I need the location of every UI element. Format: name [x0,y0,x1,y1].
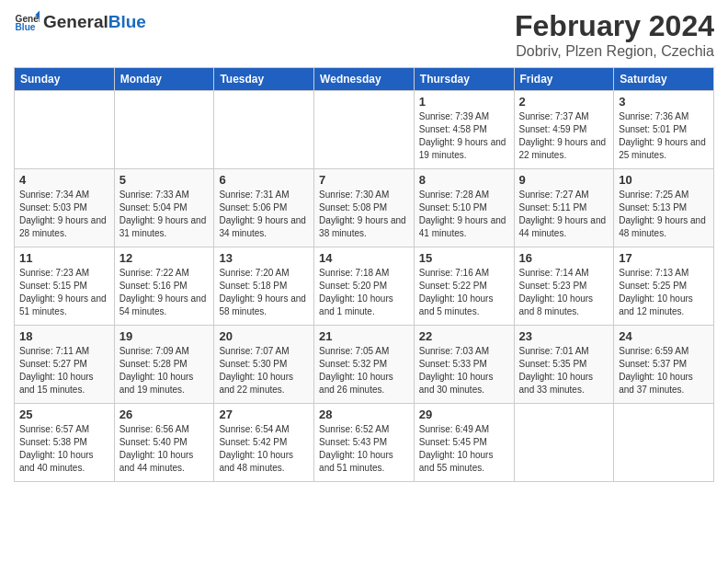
day-content: Sunrise: 7:22 AM Sunset: 5:16 PM Dayligh… [119,267,210,318]
week-row-5: 25Sunrise: 6:57 AM Sunset: 5:38 PM Dayli… [15,404,714,482]
day-number: 6 [219,173,309,187]
day-content: Sunrise: 6:54 AM Sunset: 5:42 PM Dayligh… [219,423,309,475]
cell-week5-day4: 29Sunrise: 6:49 AM Sunset: 5:45 PM Dayli… [414,404,514,482]
days-header-row: Sunday Monday Tuesday Wednesday Thursday… [15,68,714,91]
calendar-title-area: February 2024 Dobriv, Plzen Region, Czec… [515,9,714,60]
day-content: Sunrise: 7:11 AM Sunset: 5:27 PM Dayligh… [19,345,109,396]
day-number: 2 [519,95,609,109]
header-sunday: Sunday [15,68,115,91]
cell-week2-day5: 9Sunrise: 7:27 AM Sunset: 5:11 PM Daylig… [514,169,614,247]
cell-week3-day4: 15Sunrise: 7:16 AM Sunset: 5:22 PM Dayli… [414,247,514,326]
day-number: 8 [419,173,509,187]
day-content: Sunrise: 7:16 AM Sunset: 5:22 PM Dayligh… [419,267,509,318]
day-content: Sunrise: 7:33 AM Sunset: 5:04 PM Dayligh… [119,189,210,240]
cell-week2-day1: 5Sunrise: 7:33 AM Sunset: 5:04 PM Daylig… [114,169,214,247]
calendar-body: 1Sunrise: 7:39 AM Sunset: 4:58 PM Daylig… [15,91,714,482]
day-content: Sunrise: 6:56 AM Sunset: 5:40 PM Dayligh… [119,423,210,475]
day-content: Sunrise: 7:20 AM Sunset: 5:18 PM Dayligh… [219,267,309,318]
day-content: Sunrise: 7:18 AM Sunset: 5:20 PM Dayligh… [319,267,409,318]
logo: General Blue GeneralBlue [14,9,146,35]
cell-week3-day0: 11Sunrise: 7:23 AM Sunset: 5:15 PM Dayli… [15,247,115,326]
day-content: Sunrise: 7:09 AM Sunset: 5:28 PM Dayligh… [119,345,210,396]
cell-week4-day6: 24Sunrise: 6:59 AM Sunset: 5:37 PM Dayli… [614,326,714,404]
cell-week3-day2: 13Sunrise: 7:20 AM Sunset: 5:18 PM Dayli… [214,247,314,326]
header-tuesday: Tuesday [214,68,314,91]
cell-week5-day3: 28Sunrise: 6:52 AM Sunset: 5:43 PM Dayli… [314,404,415,482]
day-number: 18 [19,329,109,343]
cell-week5-day0: 25Sunrise: 6:57 AM Sunset: 5:38 PM Dayli… [15,404,115,482]
day-content: Sunrise: 7:01 AM Sunset: 5:35 PM Dayligh… [519,345,609,396]
day-number: 21 [319,329,409,343]
day-number: 9 [519,173,609,187]
cell-week1-day6: 3Sunrise: 7:36 AM Sunset: 5:01 PM Daylig… [614,91,714,169]
day-number: 20 [219,329,309,343]
day-content: Sunrise: 7:25 AM Sunset: 5:13 PM Dayligh… [619,189,709,240]
cell-week1-day1 [114,91,214,169]
day-number: 17 [619,251,709,265]
header-saturday: Saturday [614,68,714,91]
cell-week4-day0: 18Sunrise: 7:11 AM Sunset: 5:27 PM Dayli… [15,326,115,404]
day-content: Sunrise: 7:07 AM Sunset: 5:30 PM Dayligh… [219,345,309,396]
day-content: Sunrise: 7:05 AM Sunset: 5:32 PM Dayligh… [319,345,409,396]
cell-week1-day5: 2Sunrise: 7:37 AM Sunset: 4:59 PM Daylig… [514,91,614,169]
day-number: 27 [219,408,309,421]
page-header: General Blue GeneralBlue February 2024 D… [14,9,714,60]
day-content: Sunrise: 7:23 AM Sunset: 5:15 PM Dayligh… [19,267,109,318]
day-content: Sunrise: 7:14 AM Sunset: 5:23 PM Dayligh… [519,267,609,318]
cell-week5-day2: 27Sunrise: 6:54 AM Sunset: 5:42 PM Dayli… [214,404,314,482]
cell-week4-day2: 20Sunrise: 7:07 AM Sunset: 5:30 PM Dayli… [214,326,314,404]
day-number: 15 [419,251,509,265]
day-content: Sunrise: 6:59 AM Sunset: 5:37 PM Dayligh… [619,345,709,396]
day-number: 29 [419,408,509,421]
day-number: 3 [619,95,709,109]
day-content: Sunrise: 6:52 AM Sunset: 5:43 PM Dayligh… [319,423,409,475]
cell-week3-day1: 12Sunrise: 7:22 AM Sunset: 5:16 PM Dayli… [114,247,214,326]
day-content: Sunrise: 7:31 AM Sunset: 5:06 PM Dayligh… [219,189,309,240]
day-number: 14 [319,251,409,265]
cell-week3-day5: 16Sunrise: 7:14 AM Sunset: 5:23 PM Dayli… [514,247,614,326]
day-number: 16 [519,251,609,265]
logo-blue-text: Blue [108,12,146,31]
cell-week3-day3: 14Sunrise: 7:18 AM Sunset: 5:20 PM Dayli… [314,247,415,326]
day-number: 26 [119,408,210,421]
day-number: 11 [19,251,109,265]
cell-week4-day3: 21Sunrise: 7:05 AM Sunset: 5:32 PM Dayli… [314,326,415,404]
header-wednesday: Wednesday [314,68,415,91]
day-content: Sunrise: 7:27 AM Sunset: 5:11 PM Dayligh… [519,189,609,240]
cell-week4-day4: 22Sunrise: 7:03 AM Sunset: 5:33 PM Dayli… [414,326,514,404]
cell-week5-day5 [514,404,614,482]
svg-text:Blue: Blue [16,22,36,32]
cell-week3-day6: 17Sunrise: 7:13 AM Sunset: 5:25 PM Dayli… [614,247,714,326]
day-number: 10 [619,173,709,187]
day-content: Sunrise: 7:36 AM Sunset: 5:01 PM Dayligh… [619,110,709,162]
day-number: 24 [619,329,709,343]
calendar-header: Sunday Monday Tuesday Wednesday Thursday… [15,68,714,91]
day-content: Sunrise: 7:28 AM Sunset: 5:10 PM Dayligh… [419,189,509,240]
week-row-1: 1Sunrise: 7:39 AM Sunset: 4:58 PM Daylig… [15,91,714,169]
day-number: 19 [119,329,210,343]
day-content: Sunrise: 7:30 AM Sunset: 5:08 PM Dayligh… [319,189,409,240]
header-thursday: Thursday [414,68,514,91]
day-content: Sunrise: 7:39 AM Sunset: 4:58 PM Dayligh… [419,110,509,162]
cell-week2-day2: 6Sunrise: 7:31 AM Sunset: 5:06 PM Daylig… [214,169,314,247]
cell-week1-day2 [214,91,314,169]
day-number: 4 [19,173,109,187]
cell-week1-day0 [15,91,115,169]
day-number: 22 [419,329,509,343]
cell-week1-day3 [314,91,415,169]
calendar-table: Sunday Monday Tuesday Wednesday Thursday… [14,67,714,482]
day-number: 7 [319,173,409,187]
day-content: Sunrise: 6:49 AM Sunset: 5:45 PM Dayligh… [419,423,509,475]
cell-week2-day0: 4Sunrise: 7:34 AM Sunset: 5:03 PM Daylig… [15,169,115,247]
cell-week2-day3: 7Sunrise: 7:30 AM Sunset: 5:08 PM Daylig… [314,169,415,247]
cell-week2-day4: 8Sunrise: 7:28 AM Sunset: 5:10 PM Daylig… [414,169,514,247]
header-monday: Monday [114,68,214,91]
day-number: 25 [19,408,109,421]
week-row-4: 18Sunrise: 7:11 AM Sunset: 5:27 PM Dayli… [15,326,714,404]
cell-week5-day6 [614,404,714,482]
day-content: Sunrise: 7:37 AM Sunset: 4:59 PM Dayligh… [519,110,609,162]
cell-week4-day5: 23Sunrise: 7:01 AM Sunset: 5:35 PM Dayli… [514,326,614,404]
week-row-2: 4Sunrise: 7:34 AM Sunset: 5:03 PM Daylig… [15,169,714,247]
day-content: Sunrise: 7:03 AM Sunset: 5:33 PM Dayligh… [419,345,509,396]
cell-week5-day1: 26Sunrise: 6:56 AM Sunset: 5:40 PM Dayli… [114,404,214,482]
